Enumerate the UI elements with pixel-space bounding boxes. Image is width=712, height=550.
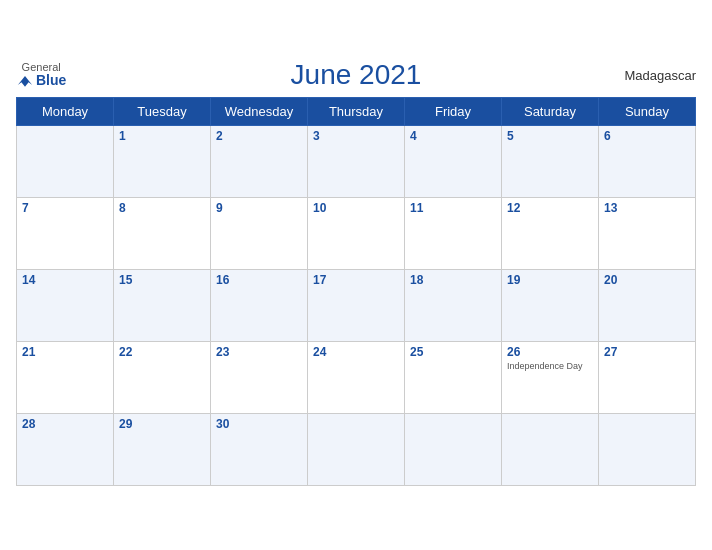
calendar-day: 9 <box>211 197 308 269</box>
calendar-day: 20 <box>599 269 696 341</box>
day-number: 14 <box>22 273 108 287</box>
day-number: 6 <box>604 129 690 143</box>
calendar-day: 19 <box>502 269 599 341</box>
calendar-day: 8 <box>114 197 211 269</box>
calendar-day <box>599 413 696 485</box>
day-number: 20 <box>604 273 690 287</box>
day-number: 19 <box>507 273 593 287</box>
calendar-title: June 2021 <box>291 59 422 91</box>
week-row-5: 282930 <box>17 413 696 485</box>
day-number: 25 <box>410 345 496 359</box>
day-number: 11 <box>410 201 496 215</box>
calendar-day: 28 <box>17 413 114 485</box>
header-thursday: Thursday <box>308 97 405 125</box>
calendar-day: 4 <box>405 125 502 197</box>
logo-bird-icon <box>16 74 34 88</box>
calendar-day: 26Independence Day <box>502 341 599 413</box>
header-wednesday: Wednesday <box>211 97 308 125</box>
logo-area: General Blue <box>16 61 66 88</box>
day-number: 9 <box>216 201 302 215</box>
calendar-day: 24 <box>308 341 405 413</box>
calendar-day: 17 <box>308 269 405 341</box>
calendar-container: General Blue June 2021 Madagascar Monday… <box>0 49 712 502</box>
header-sunday: Sunday <box>599 97 696 125</box>
day-number: 2 <box>216 129 302 143</box>
week-row-4: 212223242526Independence Day27 <box>17 341 696 413</box>
day-number: 10 <box>313 201 399 215</box>
day-number: 24 <box>313 345 399 359</box>
day-number: 26 <box>507 345 593 359</box>
day-number: 17 <box>313 273 399 287</box>
weekday-header-row: Monday Tuesday Wednesday Thursday Friday… <box>17 97 696 125</box>
header-saturday: Saturday <box>502 97 599 125</box>
day-number: 28 <box>22 417 108 431</box>
calendar-day: 29 <box>114 413 211 485</box>
day-number: 8 <box>119 201 205 215</box>
holiday-label: Independence Day <box>507 361 593 372</box>
calendar-day: 30 <box>211 413 308 485</box>
calendar-day: 23 <box>211 341 308 413</box>
calendar-day: 14 <box>17 269 114 341</box>
calendar-day <box>17 125 114 197</box>
day-number: 1 <box>119 129 205 143</box>
day-number: 27 <box>604 345 690 359</box>
calendar-day: 18 <box>405 269 502 341</box>
calendar-day: 7 <box>17 197 114 269</box>
logo-blue-text: Blue <box>36 73 66 88</box>
calendar-day: 3 <box>308 125 405 197</box>
calendar-day: 1 <box>114 125 211 197</box>
day-number: 3 <box>313 129 399 143</box>
day-number: 7 <box>22 201 108 215</box>
calendar-day: 2 <box>211 125 308 197</box>
calendar-day <box>502 413 599 485</box>
day-number: 13 <box>604 201 690 215</box>
svg-marker-0 <box>18 76 32 87</box>
day-number: 21 <box>22 345 108 359</box>
header-friday: Friday <box>405 97 502 125</box>
day-number: 29 <box>119 417 205 431</box>
calendar-day: 6 <box>599 125 696 197</box>
header-tuesday: Tuesday <box>114 97 211 125</box>
day-number: 5 <box>507 129 593 143</box>
day-number: 16 <box>216 273 302 287</box>
logo-blue-area: Blue <box>16 73 66 88</box>
calendar-table: Monday Tuesday Wednesday Thursday Friday… <box>16 97 696 486</box>
calendar-day: 16 <box>211 269 308 341</box>
day-number: 12 <box>507 201 593 215</box>
calendar-day: 25 <box>405 341 502 413</box>
calendar-day: 10 <box>308 197 405 269</box>
calendar-day: 21 <box>17 341 114 413</box>
calendar-day <box>405 413 502 485</box>
calendar-header: General Blue June 2021 Madagascar <box>16 59 696 91</box>
day-number: 4 <box>410 129 496 143</box>
header-monday: Monday <box>17 97 114 125</box>
calendar-day: 27 <box>599 341 696 413</box>
day-number: 22 <box>119 345 205 359</box>
day-number: 30 <box>216 417 302 431</box>
calendar-day: 12 <box>502 197 599 269</box>
week-row-1: 123456 <box>17 125 696 197</box>
calendar-day: 13 <box>599 197 696 269</box>
country-name: Madagascar <box>624 67 696 82</box>
day-number: 23 <box>216 345 302 359</box>
day-number: 15 <box>119 273 205 287</box>
calendar-day: 11 <box>405 197 502 269</box>
calendar-day: 15 <box>114 269 211 341</box>
calendar-day: 22 <box>114 341 211 413</box>
calendar-day: 5 <box>502 125 599 197</box>
calendar-day <box>308 413 405 485</box>
day-number: 18 <box>410 273 496 287</box>
week-row-2: 78910111213 <box>17 197 696 269</box>
week-row-3: 14151617181920 <box>17 269 696 341</box>
